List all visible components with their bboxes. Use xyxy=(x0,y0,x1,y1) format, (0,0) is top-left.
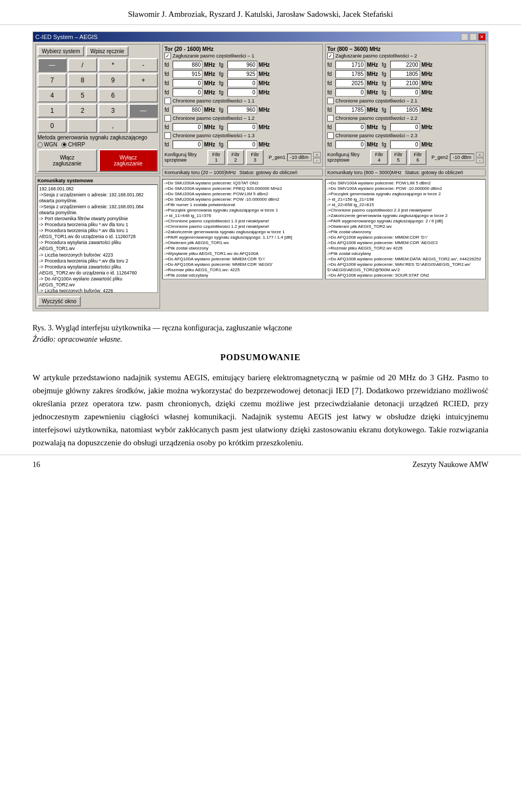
fd-input[interactable] xyxy=(335,140,365,149)
key-9[interactable]: 9 xyxy=(98,73,128,87)
fd-unit: MHz xyxy=(367,62,378,68)
pgen1-plus[interactable]: + xyxy=(313,152,321,157)
fd-input[interactable] xyxy=(335,123,365,131)
filter3-btn[interactable]: Filtr 3 xyxy=(246,150,264,165)
fg-unit: MHz xyxy=(259,107,270,113)
key-0[interactable]: 0 xyxy=(37,119,67,133)
pgen2-input[interactable] xyxy=(450,154,474,161)
key-6[interactable]: 6 xyxy=(98,88,128,103)
fd-input[interactable] xyxy=(335,61,365,69)
minimize-button[interactable]: – xyxy=(461,33,468,41)
fg-input[interactable] xyxy=(227,123,257,131)
fg-input[interactable] xyxy=(227,70,257,78)
wgn-radio[interactable] xyxy=(37,142,43,148)
key-8[interactable]: 8 xyxy=(68,73,97,87)
key-1[interactable]: 1 xyxy=(37,104,67,118)
fg-input[interactable] xyxy=(390,123,420,131)
fg-input[interactable] xyxy=(227,79,257,87)
pgen2-plus[interactable]: + xyxy=(476,152,484,157)
protected-freq-row: fd MHz fg MHz xyxy=(327,140,484,149)
filter1-btn[interactable]: Filtr 1 xyxy=(207,150,225,165)
key-minus[interactable]: - xyxy=(129,58,158,72)
key-2[interactable]: 2 xyxy=(68,104,97,118)
freq-row: fd MHz fg MHz xyxy=(327,70,484,78)
fd-input[interactable] xyxy=(173,123,202,131)
log-area-2[interactable]: ->Do SMV100A wysłano polecenie: POW:LIM … xyxy=(325,179,486,279)
filter5-btn[interactable]: Filtr 5 xyxy=(390,150,408,165)
jammer-checkbox-1[interactable]: ✓ xyxy=(164,53,171,59)
fd-input[interactable] xyxy=(335,79,365,87)
fg-label: fg xyxy=(219,89,226,95)
protected-checkbox[interactable] xyxy=(164,98,171,104)
clear-window-button[interactable]: Wyczyść okno xyxy=(37,296,81,306)
fg-input[interactable] xyxy=(390,61,420,69)
chirp-option[interactable]: CHIRP xyxy=(61,142,85,148)
pgen2-minus[interactable]: - xyxy=(476,158,484,163)
protected-checkbox[interactable] xyxy=(327,98,334,104)
fg-input[interactable] xyxy=(227,88,257,97)
key-dash[interactable]: — xyxy=(37,58,67,72)
fg-input[interactable] xyxy=(390,70,420,78)
pgen1-input[interactable] xyxy=(287,154,312,161)
wgn-option[interactable]: WGN xyxy=(37,142,57,148)
pgen1-minus[interactable]: - xyxy=(313,158,321,163)
fg-input[interactable] xyxy=(227,140,257,149)
fd-input[interactable] xyxy=(173,88,202,97)
section-heading: PODSUMOWANIE xyxy=(33,350,488,365)
fg-input[interactable] xyxy=(390,140,420,149)
fg-unit: MHz xyxy=(422,89,433,95)
protected-checkbox[interactable] xyxy=(164,115,171,122)
fd-input[interactable] xyxy=(335,70,365,78)
protected-checkbox[interactable] xyxy=(327,132,334,139)
fd-input[interactable] xyxy=(335,88,365,97)
chirp-radio[interactable] xyxy=(61,142,67,148)
jammer-checkbox-2[interactable]: ✓ xyxy=(327,53,334,59)
fd-input[interactable] xyxy=(173,106,202,114)
fg-input[interactable] xyxy=(227,106,257,114)
key-5[interactable]: 5 xyxy=(68,88,97,103)
disable-jammer-button[interactable]: Wyłącz zagłuszanie xyxy=(99,149,158,172)
fg-unit: MHz xyxy=(422,62,433,68)
enable-jammer-button[interactable]: Włącz zagłuszanie xyxy=(37,149,97,172)
fd-label: fd xyxy=(164,124,171,130)
maximize-button[interactable]: □ xyxy=(469,33,477,41)
title-bar: C-IED System – AEGIS – □ ✕ xyxy=(33,32,488,42)
filter4-btn[interactable]: Filtr 4 xyxy=(370,150,388,165)
protected-checkbox[interactable] xyxy=(327,115,334,122)
fd-input[interactable] xyxy=(173,140,202,149)
fd-input[interactable] xyxy=(173,70,202,78)
filter6-btn[interactable]: Filtr 6 xyxy=(409,150,427,165)
fg-label: fg xyxy=(382,62,389,68)
fd-input[interactable] xyxy=(335,106,365,114)
choose-system-button[interactable]: Wybierz system xyxy=(37,46,84,56)
fg-input[interactable] xyxy=(390,88,420,97)
caption-area: Rys. 3. Wygląd interfejsu użytkownika — … xyxy=(0,317,521,345)
filter2-btn[interactable]: Filtr 2 xyxy=(227,150,245,165)
fg-label: fg xyxy=(219,62,226,68)
comm-section-2: Komunikaty toru (800 – 3000)MHz Status: … xyxy=(325,169,486,279)
key-3[interactable]: 3 xyxy=(98,104,128,118)
page-header: Sławomir J. Ambroziak, Ryszard J. Katuls… xyxy=(0,0,521,25)
fd-input[interactable] xyxy=(173,61,202,69)
protected-band-label: Chronione pasmo częstotliwości – 2.2 xyxy=(327,115,484,122)
system-msgs-log[interactable]: 192.168.001.082->Sesja z urządzeniem o a… xyxy=(37,184,158,293)
fg-input[interactable] xyxy=(390,79,420,87)
key-dash2[interactable]: — xyxy=(129,104,158,118)
manual-input-button[interactable]: Wpisz ręcznie xyxy=(86,46,128,56)
key-star[interactable]: * xyxy=(98,58,128,72)
fg-label: fg xyxy=(382,142,389,148)
key-empty3 xyxy=(129,119,158,133)
fg-unit: MHz xyxy=(422,124,433,130)
fg-input[interactable] xyxy=(390,106,420,114)
key-plus[interactable]: + xyxy=(129,73,158,87)
freq-box-1: Tor (20 - 1600) MHz ✓ Zagłuszanie pasmo … xyxy=(162,44,323,167)
key-7[interactable]: 7 xyxy=(37,73,67,87)
protected-checkbox[interactable] xyxy=(164,132,171,139)
key-comma[interactable]: , xyxy=(98,119,128,133)
fg-input[interactable] xyxy=(227,61,257,69)
fd-input[interactable] xyxy=(173,79,202,87)
close-button[interactable]: ✕ xyxy=(478,33,486,41)
key-4[interactable]: 4 xyxy=(37,88,67,103)
log-area-1[interactable]: ->Do SMU200A wysłano polecenie: IQSTAT O… xyxy=(162,179,323,279)
key-slash[interactable]: / xyxy=(68,58,97,72)
